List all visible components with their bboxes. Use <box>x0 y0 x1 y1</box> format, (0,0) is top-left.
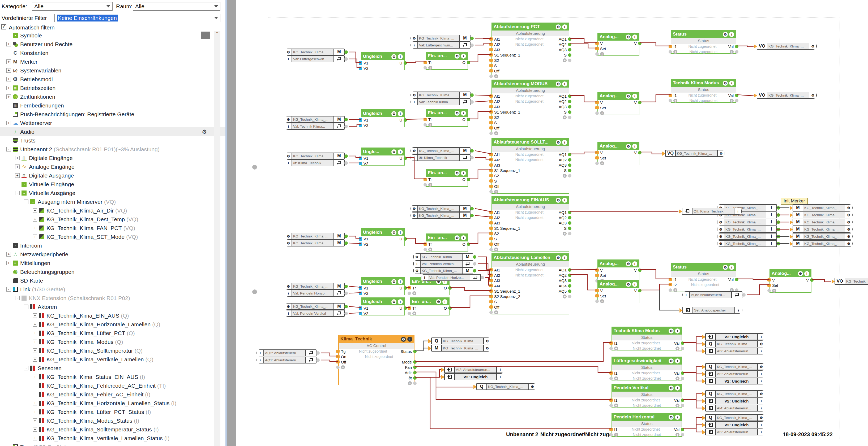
connector-nub[interactable] <box>777 228 780 231</box>
target-connector[interactable]: Set: Analogspeicheri <box>682 307 742 314</box>
gear-icon[interactable]: ⚙ <box>556 25 561 29</box>
gear-icon[interactable]: ⚙ <box>392 299 396 304</box>
tree-expander[interactable]: - <box>6 147 11 151</box>
input-nub[interactable] <box>595 101 599 104</box>
function-block-status[interactable]: Status⚙iStatusI1Nicht zugeordnetVal+Nich… <box>671 30 736 54</box>
gear-icon[interactable]: ⚙ <box>669 329 674 334</box>
tree-item-benutzer-und-rechte[interactable]: +Benutzer und Rechte <box>0 40 225 48</box>
input-nub[interactable] <box>359 118 362 122</box>
connector-nub[interactable] <box>777 220 780 224</box>
info-icon[interactable]: i <box>729 81 734 86</box>
source-connector[interactable]: iVal: Pendeln Horizo... <box>421 274 481 281</box>
connector-nub[interactable] <box>470 93 474 97</box>
target-connector[interactable]: V2: Ungleichi <box>705 378 765 384</box>
tree-item-kg-technik-kima-status-ein-aus[interactable]: +KG_Technik_Kima_Status_EIN_AUS(I) <box>0 373 225 381</box>
input-nub[interactable] <box>424 178 427 181</box>
tree-item-kg-technik-klima-horizontale-lamellen-status[interactable]: +KG_Technik_Klima_Horizontale_Lamellen_S… <box>0 399 225 408</box>
gear-icon[interactable]: ⚙ <box>392 149 396 155</box>
gear-icon[interactable]: ⚙ <box>556 255 561 260</box>
predefined-filter-select[interactable]: Keine Einschränkungen <box>55 14 220 22</box>
output-nub[interactable] <box>568 110 571 114</box>
connector-nub[interactable] <box>344 291 348 295</box>
info-icon[interactable]: i <box>729 32 734 37</box>
category-select[interactable]: Alle <box>32 2 113 11</box>
input-nub[interactable] <box>424 242 427 246</box>
tree-item-kg-technik-klima-fan-pct[interactable]: +KG_Technik_Klima_FAN_PCT(VQ) <box>0 224 225 232</box>
tree-item-merker[interactable]: +MMerker <box>0 57 225 66</box>
tree-expander[interactable]: + <box>33 322 37 327</box>
source-connector[interactable]: iVal: Lüftergeschwin... <box>410 42 470 48</box>
input-nub[interactable] <box>767 284 771 287</box>
tree-expander[interactable]: + <box>33 375 37 379</box>
tree-item-betriebsmodi[interactable]: +⚙Betriebsmodi <box>0 75 225 83</box>
function-block-analog-[interactable]: Analog...⚙iVVSet+ <box>597 280 640 303</box>
source-connector[interactable]: iVal: Pendeln Vertikal <box>413 260 473 267</box>
output-nub[interactable] <box>413 371 416 374</box>
function-block-status[interactable]: Status⚙iStatusI1Nicht zugeordnetValI2Nic… <box>671 263 736 292</box>
gear-icon[interactable]: ⚙ <box>436 299 441 304</box>
connector-nub[interactable] <box>344 241 348 245</box>
input-nub[interactable] <box>408 291 411 295</box>
tree-item-kg-technik-klima-air-dir[interactable]: +KG_Technik_Klima_Air_Dir(VQ) <box>0 206 225 215</box>
tree-item-kg-technik-klima-l-fter-pct[interactable]: +KG_Technik_Klima_Lüfter_PCT(Q) <box>0 329 225 338</box>
gear-icon[interactable]: ⚙ <box>455 235 460 240</box>
output-nub[interactable] <box>568 158 571 162</box>
target-connector[interactable]: QKG_Technik_Klima_...⚙ <box>705 340 765 347</box>
input-nub[interactable] <box>489 300 493 303</box>
input-nub[interactable] <box>609 341 613 345</box>
tree-expander[interactable]: + <box>6 86 11 90</box>
tree-item-kg-technik-klima-vertikale-lamellen[interactable]: +KG_Technik_Klima_Vertikale_Lamellen(Q) <box>0 355 225 364</box>
info-icon[interactable]: i <box>398 149 403 155</box>
source-connector[interactable]: ⚙KG_Technik_Klima_...M <box>413 253 473 260</box>
output-nub[interactable] <box>568 53 571 57</box>
output-nub[interactable] <box>404 286 407 290</box>
input-nub[interactable] <box>489 311 493 314</box>
function-block-ein-un-[interactable]: Ein- un...⚙iTrO+ <box>426 234 468 251</box>
tree-expander[interactable]: + <box>33 217 37 221</box>
target-connector[interactable]: Off: Klima_Techniki <box>682 208 742 215</box>
input-nub[interactable] <box>609 377 613 380</box>
tree-item-netzwerkperipherie[interactable]: +∴Netzwerkperipherie <box>0 250 225 259</box>
input-nub[interactable] <box>489 169 493 172</box>
connector-nub[interactable] <box>344 312 348 315</box>
output-nub[interactable] <box>404 61 407 65</box>
tree-expander[interactable]: + <box>33 331 37 335</box>
output-nub[interactable] <box>448 306 452 310</box>
source-connector[interactable]: ⚙KG_Technik_Klima_...M <box>410 205 470 212</box>
target-connector[interactable]: V2: Ungleichi <box>444 373 504 380</box>
tree-expander[interactable]: + <box>33 427 37 432</box>
gear-icon[interactable]: ⚙ <box>392 111 396 116</box>
source-connector[interactable]: iVal: Pendeln Horizo... <box>285 290 345 297</box>
tree-expander[interactable]: - <box>6 287 11 291</box>
output-nub[interactable] <box>681 372 684 375</box>
info-icon[interactable]: i <box>461 171 466 176</box>
input-nub[interactable] <box>489 174 493 177</box>
connector-nub[interactable] <box>473 269 476 273</box>
gear-icon[interactable]: ⚙ <box>669 358 674 364</box>
input-nub[interactable] <box>359 286 362 290</box>
function-block-ungleich[interactable]: Ungleich⚙iV1UV2 <box>361 298 405 315</box>
input-nub[interactable] <box>669 99 672 102</box>
function-block-ablaufsteuerung-modus[interactable]: Ablaufsteuerung MODUS⚙iAblaufsteuerungAI… <box>492 79 569 135</box>
tree-expander[interactable]: + <box>33 357 37 362</box>
output-nub[interactable] <box>638 269 642 272</box>
output-nub[interactable] <box>638 42 642 45</box>
input-nub[interactable] <box>489 232 493 235</box>
info-icon[interactable]: i <box>675 415 680 420</box>
function-block-ungleich[interactable]: Ungleich⚙iV1UV2 <box>361 228 405 246</box>
tree-item-kg-technik-klima-fehler-ac-einheit[interactable]: +KG_Technik_Klima_Fehler_AC_Einheit(I) <box>0 390 225 399</box>
output-nub[interactable] <box>681 341 684 345</box>
input-nub[interactable] <box>595 106 599 109</box>
output-nub[interactable] <box>568 164 571 167</box>
target-connector[interactable]: MKG_Technik_Klima_...⚙ <box>793 211 852 218</box>
input-nub[interactable] <box>424 66 427 70</box>
source-connector[interactable]: ⚙KG_Technik_Klima_...M <box>285 303 345 310</box>
output-nub[interactable] <box>568 295 571 298</box>
tree-item-digitale-eing-nge[interactable]: +∏Digitale Eingänge <box>0 153 225 162</box>
connector-nub[interactable] <box>344 50 348 54</box>
output-nub[interactable] <box>638 289 642 293</box>
tree-item-analoge-eing-nge[interactable]: +∿Analoge Eingänge <box>0 162 225 171</box>
connector-nub[interactable] <box>344 125 348 128</box>
gear-icon[interactable]: ⚙ <box>626 34 631 39</box>
input-nub[interactable] <box>767 289 771 293</box>
